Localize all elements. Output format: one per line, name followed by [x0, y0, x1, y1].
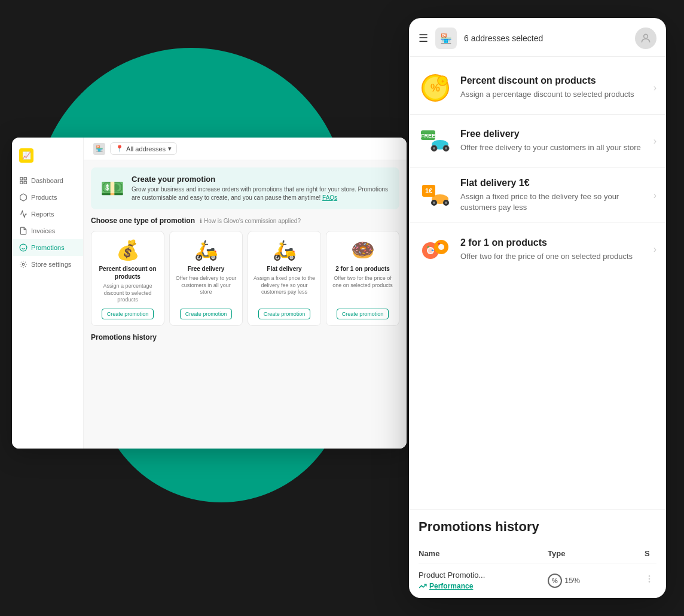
mobile-promo-item-flat-delivery[interactable]: 1€ Flat delivery 1€ Assign a fixed price…	[409, 168, 666, 223]
choose-section: Choose one type of promotion ℹ How is Gl…	[84, 216, 407, 326]
svg-point-19	[433, 147, 435, 150]
history-col-status-header: S	[645, 549, 656, 558]
performance-link[interactable]: Performance	[419, 582, 548, 590]
2for1-chevron-icon: ›	[654, 244, 656, 255]
svg-point-20	[445, 147, 447, 150]
svg-point-8	[644, 34, 648, 38]
mobile-promo-item-free-delivery[interactable]: FREE Free delivery Offer free delivery t…	[409, 115, 666, 168]
free-delivery-chevron-icon: ›	[654, 136, 656, 147]
2for1-card-desc: Offer two for the price of one on select…	[331, 275, 394, 304]
2for1-card-title: 2 for 1 on products	[335, 265, 390, 273]
create-2for1-button[interactable]: Create promotion	[337, 309, 389, 319]
mobile-2for1-desc: Offer two for the price of one on select…	[460, 251, 645, 262]
performance-trend-icon	[419, 582, 427, 590]
history-row-type: % 15%	[548, 574, 645, 588]
free-delivery-card-desc: Offer free delivery to your customers in…	[175, 275, 237, 304]
dropdown-arrow: ▾	[168, 145, 172, 153]
percent-discount-icon: % ✦	[420, 72, 451, 103]
percent-card-title: Percent discount on products	[96, 265, 159, 280]
flat-delivery-chevron-icon: ›	[654, 190, 656, 201]
mobile-avatar[interactable]	[635, 28, 656, 49]
mobile-promo-list: % ✦ Percent discount on products Assign …	[409, 57, 666, 509]
mobile-history-title: Promotions history	[419, 519, 656, 535]
history-table-row: Product Promotio... Performance % 15%	[419, 563, 656, 598]
products-icon	[19, 193, 28, 202]
svg-point-37	[649, 578, 649, 579]
mobile-panel: ☰ 🏪 6 addresses selected % ✦	[409, 18, 666, 598]
mobile-history-section: Promotions history Name Type S Product P…	[409, 509, 666, 598]
mobile-promo-item-2for1[interactable]: 2 for 1 on products Offer two for the pr…	[409, 223, 666, 276]
info-icon: ℹ	[200, 218, 202, 224]
mobile-flat-delivery-icon: 1€	[419, 179, 452, 212]
svg-rect-2	[20, 181, 23, 184]
promo-card-2for1: 🍩 2 for 1 on products Offer two for the …	[326, 231, 399, 326]
free-delivery-card-title: Free delivery	[188, 265, 225, 273]
main-content: 🏪 📍 All addresses ▾ 💵 Create your promot…	[84, 138, 407, 449]
percent-chevron-icon: ›	[654, 83, 656, 93]
promo-card-flat-delivery: 🛵 Flat delivery Assign a fixed price to …	[248, 231, 321, 326]
mobile-percent-content: Percent discount on products Assign a pe…	[460, 75, 645, 100]
mobile-2for1-title: 2 for 1 on products	[460, 237, 645, 248]
svg-point-32	[438, 244, 444, 250]
history-row-name: Product Promotio... Performance	[419, 571, 548, 590]
sidebar-item-reports[interactable]: Reports	[12, 206, 83, 222]
banner-text-content: Create your promotion Grow your business…	[132, 175, 390, 202]
mobile-percent-icon: % ✦	[419, 71, 452, 105]
banner-icon: 💵	[100, 177, 124, 200]
svg-point-38	[649, 581, 649, 582]
history-table-header: Name Type S	[419, 544, 656, 563]
svg-point-36	[649, 576, 649, 577]
2for1-card-icon: 🍩	[351, 239, 375, 261]
mobile-free-delivery-title: Free delivery	[460, 129, 645, 139]
mobile-header: ☰ 🏪 6 addresses selected	[409, 18, 666, 57]
promotions-icon	[19, 243, 28, 252]
sidebar: 📈 Dashboard Products Reports Invoices Pr…	[12, 138, 84, 449]
sidebar-item-invoices[interactable]: Invoices	[12, 222, 83, 239]
create-free-delivery-button[interactable]: Create promotion	[180, 309, 233, 319]
mobile-flat-delivery-desc: Assign a fixed price to the delivery fee…	[460, 191, 645, 213]
history-row-status	[645, 574, 656, 587]
sidebar-logo: 📈	[12, 144, 83, 167]
flat-delivery-card-desc: Assign a fixed price to the delivery fee…	[253, 275, 316, 304]
banner-title: Create your promotion	[132, 175, 390, 184]
desktop-panel: 📈 Dashboard Products Reports Invoices Pr…	[12, 138, 407, 449]
sidebar-item-dashboard[interactable]: Dashboard	[12, 172, 83, 189]
sidebar-item-promotions[interactable]: Promotions	[12, 239, 83, 256]
create-flat-delivery-button[interactable]: Create promotion	[258, 309, 311, 319]
flat-delivery-icon: 1€	[420, 180, 451, 211]
commission-hint[interactable]: ℹ How is Glovo's commission applied?	[200, 218, 301, 224]
address-pin-icon: 📍	[115, 145, 124, 153]
promo-card-free-delivery: 🛵 Free delivery Offer free delivery to y…	[169, 231, 243, 326]
svg-rect-0	[20, 178, 23, 180]
app-logo-icon: 📈	[19, 148, 33, 163]
mobile-2for1-icon	[419, 233, 452, 266]
2for1-icon	[420, 234, 451, 265]
mobile-store-icon: 🏪	[435, 28, 457, 49]
sidebar-item-store-settings[interactable]: Store settings	[12, 256, 83, 273]
hamburger-menu-icon[interactable]: ☰	[419, 32, 428, 45]
mobile-flat-delivery-content: Flat delivery 1€ Assign a fixed price to…	[460, 178, 645, 213]
app-header: 🏪 📍 All addresses ▾	[84, 138, 407, 160]
avatar-icon	[640, 32, 652, 44]
svg-point-26	[433, 202, 435, 204]
percent-type-badge: %	[548, 574, 562, 588]
promo-cards-container: 💰 Percent discount on products Assign a …	[91, 231, 399, 326]
svg-rect-1	[24, 178, 26, 180]
banner-description: Grow your business and increase orders w…	[132, 185, 390, 202]
svg-text:FREE: FREE	[421, 133, 435, 139]
flat-delivery-card-icon: 🛵	[273, 239, 297, 261]
promo-card-percent: 💰 Percent discount on products Assign a …	[91, 231, 164, 326]
free-delivery-card-icon: 🛵	[194, 239, 218, 261]
create-percent-promo-button[interactable]: Create promotion	[102, 309, 154, 319]
svg-text:1€: 1€	[425, 187, 432, 194]
invoices-icon	[19, 227, 28, 235]
faqs-link[interactable]: FAQs	[322, 194, 337, 201]
history-section: Promotions history	[84, 326, 407, 341]
svg-point-7	[22, 263, 25, 266]
mobile-promo-item-percent[interactable]: % ✦ Percent discount on products Assign …	[409, 62, 666, 115]
percent-card-icon: 💰	[116, 239, 140, 261]
history-col-type-header: Type	[548, 549, 645, 558]
address-dropdown[interactable]: 📍 All addresses ▾	[110, 142, 177, 155]
promo-banner: 💵 Create your promotion Grow your busine…	[91, 167, 399, 209]
sidebar-item-products[interactable]: Products	[12, 189, 83, 206]
